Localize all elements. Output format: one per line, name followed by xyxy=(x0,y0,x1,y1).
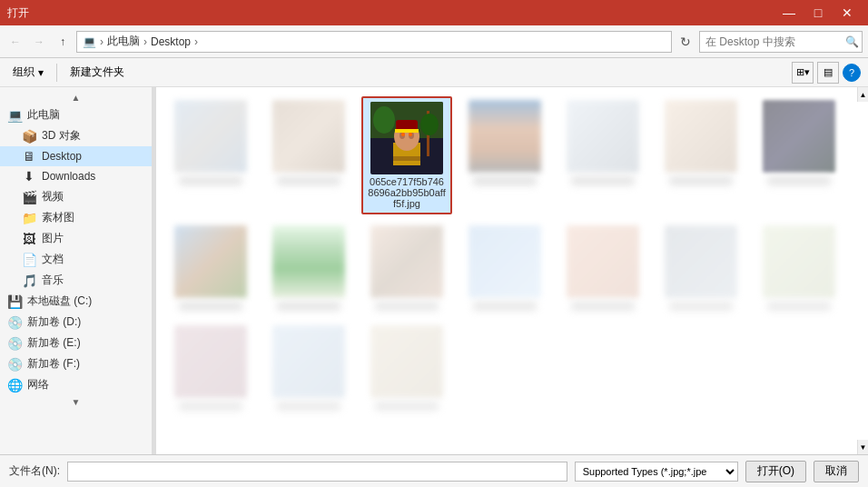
filename-label: 文件名(N): xyxy=(9,463,60,479)
organize-label: 组织 xyxy=(13,65,35,80)
path-icon: 💻 xyxy=(83,35,96,48)
sidebar-label-3d-objects: 3D 对象 xyxy=(42,128,144,144)
pictures-icon: 🖼 xyxy=(22,232,36,246)
sidebar-label-drive-f: 新加卷 (F:) xyxy=(27,356,144,372)
toolbar-separator xyxy=(56,64,57,82)
desktop-icon: 🖥 xyxy=(22,149,36,164)
list-item[interactable] xyxy=(263,222,354,314)
list-item[interactable] xyxy=(459,222,550,314)
view-large-icons-icon: ⊞ xyxy=(796,66,804,78)
sidebar-item-videos[interactable]: 🎬 视频 xyxy=(0,186,152,207)
sidebar-label-network: 网络 xyxy=(27,377,144,393)
sidebar-label-desktop: Desktop xyxy=(42,150,144,163)
help-button[interactable]: ? xyxy=(843,64,861,82)
view-details-button[interactable]: ▤ xyxy=(817,62,839,84)
bottom-bar: 文件名(N): Supported Types (*.jpg;*.jpe 打开(… xyxy=(0,454,868,487)
toolbar-right: ⊞ ▾ ▤ ? xyxy=(792,62,861,84)
list-item[interactable] xyxy=(165,322,256,414)
list-item[interactable] xyxy=(459,96,550,214)
help-icon: ? xyxy=(849,67,854,78)
path-segment: 💻 › 此电脑 › Desktop › xyxy=(83,34,200,49)
local-c-icon: 💾 xyxy=(7,294,22,309)
videos-icon: 🎬 xyxy=(22,190,36,204)
sidebar-item-documents[interactable]: 📄 文档 xyxy=(0,249,152,270)
materials-icon: 📁 xyxy=(22,211,36,225)
path-arrow: › xyxy=(100,35,104,48)
list-item[interactable] xyxy=(263,322,354,414)
list-item[interactable] xyxy=(557,222,648,314)
view-dropdown-icon: ▾ xyxy=(804,66,810,78)
address-path[interactable]: 💻 › 此电脑 › Desktop › xyxy=(76,31,672,53)
sidebar-label-drive-d: 新加卷 (D:) xyxy=(27,314,144,330)
title-bar-title: 打开 xyxy=(7,5,29,21)
svg-point-7 xyxy=(401,133,405,136)
search-input[interactable] xyxy=(705,35,842,48)
sidebar-item-downloads[interactable]: ⬇ Downloads xyxy=(0,166,152,186)
sidebar-label-local-c: 本地磁盘 (C:) xyxy=(27,293,144,309)
list-item[interactable] xyxy=(165,96,256,214)
sidebar-item-pictures[interactable]: 🖼 图片 xyxy=(0,228,152,249)
list-item[interactable] xyxy=(557,96,648,214)
this-pc-icon: 💻 xyxy=(7,108,22,123)
svg-point-12 xyxy=(373,106,395,134)
sidebar-item-drive-d[interactable]: 💿 新加卷 (D:) xyxy=(0,312,152,333)
sidebar-label-documents: 文档 xyxy=(42,252,144,267)
sidebar-label-pictures: 图片 xyxy=(42,231,144,246)
sidebar-item-drive-f[interactable]: 💿 新加卷 (F:) xyxy=(0,353,152,374)
sidebar-item-3d-objects[interactable]: 📦 3D 对象 xyxy=(0,125,152,146)
sidebar-item-this-pc[interactable]: 💻 此电脑 xyxy=(0,104,152,125)
svg-point-13 xyxy=(420,114,439,135)
new-folder-button[interactable]: 新建文件夹 xyxy=(64,62,130,84)
cancel-button[interactable]: 取消 xyxy=(814,461,859,482)
organize-button[interactable]: 组织 ▾ xyxy=(7,62,49,84)
refresh-button[interactable]: ↻ xyxy=(676,32,695,52)
list-item[interactable] xyxy=(165,222,256,314)
sidebar-item-materials[interactable]: 📁 素材图 xyxy=(0,207,152,228)
list-item[interactable] xyxy=(361,222,452,314)
sidebar: ▲ 💻 此电脑 📦 3D 对象 🖥 Desktop ⬇ Downloads 🎬 … xyxy=(0,87,153,454)
search-icon: 🔍 xyxy=(845,35,859,48)
downloads-icon: ⬇ xyxy=(22,169,36,184)
file-scroll-down[interactable]: ▼ xyxy=(857,440,868,454)
list-item[interactable] xyxy=(754,222,844,314)
list-item[interactable] xyxy=(754,96,844,214)
filename-input[interactable] xyxy=(67,462,567,482)
file-scroll-up[interactable]: ▲ xyxy=(857,87,868,102)
up-button[interactable]: ↑ xyxy=(53,32,73,52)
list-item[interactable] xyxy=(361,322,452,414)
selected-file-item[interactable]: 065ce717f5b7468696a2bb95b0afff5f.jpg xyxy=(361,96,452,214)
back-button[interactable]: ← xyxy=(5,32,25,52)
forward-button[interactable]: → xyxy=(29,32,49,52)
close-button[interactable]: ✕ xyxy=(833,4,861,22)
list-item[interactable] xyxy=(656,96,746,214)
path-desktop: Desktop xyxy=(151,35,191,48)
sidebar-item-desktop[interactable]: 🖥 Desktop xyxy=(0,146,152,166)
address-bar: ← → ↑ 💻 › 此电脑 › Desktop › ↻ 🔍 xyxy=(0,25,868,58)
list-item[interactable] xyxy=(263,96,354,214)
file-area[interactable]: ▲ xyxy=(156,87,868,454)
view-large-icons-button[interactable]: ⊞ ▾ xyxy=(792,62,814,84)
open-button[interactable]: 打开(O) xyxy=(745,461,806,482)
sidebar-item-network[interactable]: 🌐 网络 xyxy=(0,374,152,395)
sidebar-scroll-down[interactable]: ▼ xyxy=(0,395,152,409)
sidebar-label-materials: 素材图 xyxy=(42,210,144,225)
sidebar-scroll-up[interactable]: ▲ xyxy=(0,91,152,104)
svg-point-8 xyxy=(409,133,412,136)
path-this-pc: 此电脑 xyxy=(107,34,140,49)
file-area-wrapper: ▲ xyxy=(156,87,868,454)
sidebar-item-drive-e[interactable]: 💿 新加卷 (E:) xyxy=(0,333,152,353)
minimize-button[interactable]: — xyxy=(775,4,803,22)
network-icon: 🌐 xyxy=(7,378,22,393)
sidebar-label-videos: 视频 xyxy=(42,189,144,204)
file-grid: 065ce717f5b7468696a2bb95b0afff5f.jpg xyxy=(165,96,859,414)
maximize-button[interactable]: □ xyxy=(804,4,832,22)
list-item[interactable] xyxy=(656,222,746,314)
svg-rect-9 xyxy=(395,129,419,133)
filetype-select[interactable]: Supported Types (*.jpg;*.jpe xyxy=(575,462,738,482)
3d-objects-icon: 📦 xyxy=(22,129,36,144)
sidebar-item-local-c[interactable]: 💾 本地磁盘 (C:) xyxy=(0,291,152,312)
organize-dropdown-icon: ▾ xyxy=(38,66,44,79)
sidebar-item-music[interactable]: 🎵 音乐 xyxy=(0,270,152,291)
path-arrow3: › xyxy=(194,35,198,48)
sidebar-label-this-pc: 此电脑 xyxy=(27,107,144,123)
